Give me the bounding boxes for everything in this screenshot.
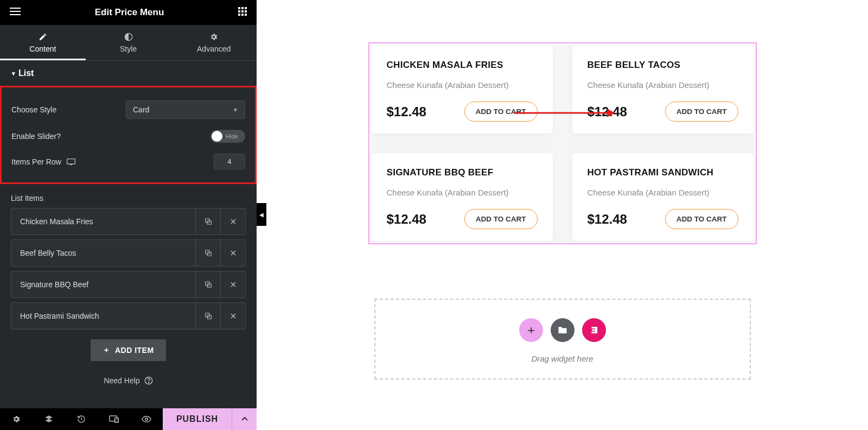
list-item-title: Chicken Masala Fries bbox=[11, 217, 195, 226]
svg-rect-10 bbox=[67, 159, 75, 163]
editor-sidebar: Edit Price Menu Content Style Advanced L… bbox=[0, 0, 257, 430]
card-desc: Cheese Kunafa (Arabian Dessert) bbox=[387, 80, 538, 90]
card-price: $12.48 bbox=[588, 212, 627, 227]
duplicate-button[interactable] bbox=[195, 208, 220, 235]
list-items-label: List Items bbox=[0, 189, 257, 208]
apps-grid-icon[interactable] bbox=[238, 7, 247, 18]
publish-button[interactable]: PUBLISH bbox=[163, 408, 232, 430]
sidebar-footer: PUBLISH bbox=[0, 408, 257, 430]
remove-button[interactable] bbox=[220, 208, 245, 235]
svg-rect-0 bbox=[238, 7, 240, 9]
card-price: $12.48 bbox=[588, 104, 627, 119]
list-item[interactable]: Chicken Masala Fries bbox=[11, 208, 246, 235]
remove-button[interactable] bbox=[220, 271, 245, 298]
enable-slider-label: Enable Slider? bbox=[11, 132, 61, 141]
need-help-label: Need Help bbox=[104, 376, 139, 385]
collapse-sidebar-button[interactable]: ◀ bbox=[257, 203, 266, 226]
list-item[interactable]: Signature BBQ Beef bbox=[11, 271, 246, 298]
add-to-cart-button[interactable]: ADD TO CART bbox=[464, 102, 538, 122]
svg-rect-1 bbox=[241, 7, 244, 9]
price-card: HOT PASTRAMI SANDWICH Cheese Kunafa (Ara… bbox=[572, 153, 754, 241]
card-title: CHICKEN MASALA FRIES bbox=[387, 60, 538, 71]
list-item-title: Hot Pastrami Sandwich bbox=[11, 312, 195, 320]
settings-button[interactable] bbox=[0, 408, 33, 430]
dropzone-label: Drag widget here bbox=[375, 354, 750, 363]
price-card: BEEF BELLY TACOS Cheese Kunafa (Arabian … bbox=[572, 46, 754, 134]
svg-rect-3 bbox=[238, 10, 240, 12]
preview-button[interactable] bbox=[130, 408, 163, 430]
price-card: SIGNATURE BBQ BEEF Cheese Kunafa (Arabia… bbox=[372, 153, 553, 241]
items-per-row-input[interactable] bbox=[214, 154, 245, 169]
history-button[interactable] bbox=[65, 408, 98, 430]
add-to-cart-button[interactable]: ADD TO CART bbox=[665, 102, 738, 122]
publish-options-button[interactable] bbox=[232, 408, 257, 430]
navigator-button[interactable] bbox=[33, 408, 65, 430]
tab-style-label: Style bbox=[86, 45, 171, 53]
duplicate-button[interactable] bbox=[195, 240, 220, 266]
choose-style-select[interactable]: Card ▼ bbox=[126, 100, 245, 119]
preview-area: CHICKEN MASALA FRIES Cheese Kunafa (Arab… bbox=[257, 0, 868, 430]
price-card: CHICKEN MASALA FRIES Cheese Kunafa (Arab… bbox=[372, 46, 553, 134]
hamburger-icon[interactable] bbox=[10, 8, 21, 17]
ek-icon bbox=[589, 326, 599, 334]
svg-point-24 bbox=[145, 418, 148, 421]
card-desc: Cheese Kunafa (Arabian Dessert) bbox=[387, 188, 538, 197]
card-desc: Cheese Kunafa (Arabian Dessert) bbox=[588, 80, 738, 90]
tab-advanced-label: Advanced bbox=[171, 45, 257, 53]
svg-rect-7 bbox=[241, 14, 244, 16]
help-icon bbox=[144, 376, 153, 385]
desktop-icon bbox=[67, 159, 75, 165]
section-title: List bbox=[18, 68, 34, 78]
svg-rect-4 bbox=[241, 10, 244, 12]
choose-style-value: Card bbox=[133, 105, 149, 114]
tab-content[interactable]: Content bbox=[0, 25, 86, 60]
folder-icon bbox=[558, 326, 567, 334]
tab-advanced[interactable]: Advanced bbox=[171, 25, 257, 60]
list-item[interactable]: Beef Belly Tacos bbox=[11, 239, 246, 267]
toggle-knob bbox=[212, 131, 222, 142]
price-cards-grid: CHICKEN MASALA FRIES Cheese Kunafa (Arab… bbox=[371, 45, 755, 242]
enable-slider-toggle[interactable]: Hide bbox=[210, 130, 245, 143]
template-library-button[interactable] bbox=[551, 318, 575, 342]
svg-rect-5 bbox=[245, 10, 247, 12]
sidebar-title: Edit Price Menu bbox=[21, 7, 238, 18]
add-section-button[interactable]: ＋ bbox=[519, 318, 543, 342]
svg-point-21 bbox=[148, 382, 149, 383]
card-title: SIGNATURE BBQ BEEF bbox=[387, 167, 538, 178]
need-help[interactable]: Need Help bbox=[0, 371, 257, 394]
svg-rect-11 bbox=[70, 164, 72, 165]
card-price: $12.48 bbox=[387, 212, 426, 227]
sidebar-header: Edit Price Menu bbox=[0, 0, 257, 25]
card-title: HOT PASTRAMI SANDWICH bbox=[588, 167, 738, 178]
add-to-cart-button[interactable]: ADD TO CART bbox=[665, 209, 738, 229]
add-item-label: ADD ITEM bbox=[115, 346, 154, 355]
responsive-button[interactable] bbox=[98, 408, 130, 430]
tab-style[interactable]: Style bbox=[86, 25, 171, 60]
list-item[interactable]: Hot Pastrami Sandwich bbox=[11, 302, 246, 330]
svg-rect-8 bbox=[245, 14, 247, 16]
duplicate-button[interactable] bbox=[195, 271, 220, 298]
tab-content-label: Content bbox=[0, 45, 86, 53]
toggle-state: Hide bbox=[226, 133, 238, 140]
remove-button[interactable] bbox=[220, 240, 245, 266]
add-item-button[interactable]: ＋ ADD ITEM bbox=[91, 339, 165, 361]
add-to-cart-button[interactable]: ADD TO CART bbox=[464, 209, 538, 229]
widget-dropzone[interactable]: ＋ Drag widget here bbox=[374, 299, 751, 380]
svg-rect-2 bbox=[245, 7, 247, 9]
list-item-title: Signature BBQ Beef bbox=[11, 280, 195, 289]
choose-style-label: Choose Style bbox=[11, 105, 56, 114]
svg-rect-23 bbox=[115, 418, 119, 422]
control-choose-style: Choose Style Card ▼ bbox=[2, 95, 255, 124]
remove-button[interactable] bbox=[220, 303, 245, 329]
card-desc: Cheese Kunafa (Arabian Dessert) bbox=[588, 188, 738, 197]
section-list-header[interactable]: List bbox=[0, 61, 257, 86]
items-per-row-label: Items Per Row bbox=[11, 157, 75, 166]
element-kit-button[interactable] bbox=[582, 318, 606, 342]
card-price: $12.48 bbox=[387, 104, 426, 119]
duplicate-button[interactable] bbox=[195, 303, 220, 329]
control-enable-slider: Enable Slider? Hide bbox=[2, 124, 255, 148]
highlighted-controls: Choose Style Card ▼ Enable Slider? Hide … bbox=[0, 86, 257, 184]
sidebar-tabs: Content Style Advanced bbox=[0, 25, 257, 61]
price-menu-widget[interactable]: CHICKEN MASALA FRIES Cheese Kunafa (Arab… bbox=[368, 42, 757, 244]
svg-rect-6 bbox=[238, 14, 240, 16]
